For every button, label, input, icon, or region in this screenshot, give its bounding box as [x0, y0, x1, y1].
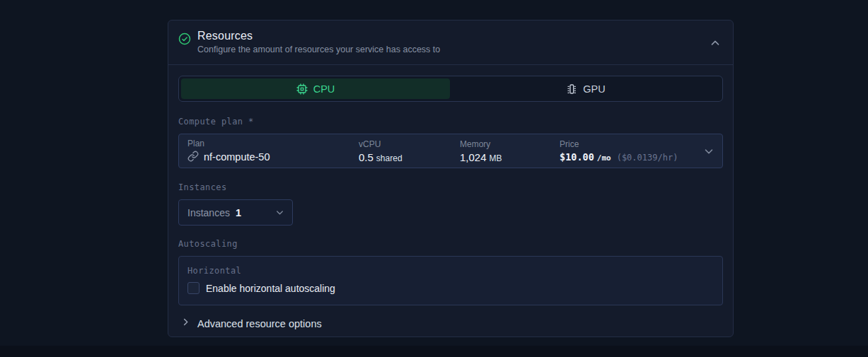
page: { "card": { "header": { "title": "Resour…	[0, 0, 868, 357]
horizontal-autoscaling-checkbox-label: Enable horizontal autoscaling	[206, 283, 335, 294]
resources-card-body: CPU GPU Compute plan * Plan	[168, 65, 733, 330]
memory-column-label: Memory	[460, 139, 560, 149]
chevron-down-icon	[274, 207, 285, 218]
plan-value: nf-compute-50	[204, 151, 270, 163]
autoscaling-label: Autoscaling	[178, 239, 723, 249]
instances-field-label: Instances	[187, 207, 230, 218]
plan-column-label: Plan	[187, 139, 359, 148]
vcpu-column-label: vCPU	[359, 139, 460, 149]
vcpu-column: vCPU 0.5 shared	[359, 139, 460, 163]
chevron-up-icon[interactable]	[709, 37, 722, 49]
horizontal-autoscaling-row[interactable]: Enable horizontal autoscaling	[187, 282, 714, 294]
check-circle-icon	[178, 33, 191, 45]
chevron-down-icon[interactable]	[702, 145, 715, 158]
horizontal-autoscaling-checkbox[interactable]	[187, 282, 199, 294]
price-column-label: Price	[560, 139, 702, 149]
tab-gpu[interactable]: GPU	[451, 78, 720, 99]
advanced-resource-options-toggle[interactable]: Advanced resource options	[178, 317, 723, 330]
section-title: Resources	[197, 30, 709, 42]
tab-gpu-label: GPU	[583, 83, 605, 95]
memory-suffix: MB	[490, 153, 502, 163]
header-text: Resources Configure the amount of resour…	[197, 30, 709, 54]
compute-plan-select[interactable]: Plan nf-compute-50 vCPU 0.5 shared	[178, 134, 723, 168]
autoscaling-box: Horizontal Enable horizontal autoscaling	[178, 256, 723, 305]
price-per-unit: /mo	[597, 153, 611, 163]
instances-select[interactable]: Instances 1	[178, 199, 293, 226]
compute-type-tabs: CPU GPU	[178, 76, 723, 102]
bottom-band	[0, 346, 868, 357]
memory-value: 1,024	[460, 151, 487, 163]
price-column: Price $10.00/mo ($0.0139/hr)	[560, 139, 702, 163]
compute-plan-label: Compute plan *	[178, 117, 723, 127]
memory-column: Memory 1,024 MB	[460, 139, 560, 163]
tab-cpu[interactable]: CPU	[181, 78, 450, 99]
tab-cpu-label: CPU	[313, 83, 335, 95]
instances-value: 1	[236, 207, 241, 218]
horizontal-group-label: Horizontal	[187, 266, 714, 276]
gpu-chip-icon	[566, 83, 577, 95]
price-monthly: $10.00	[560, 151, 594, 163]
instances-label: Instances	[178, 182, 723, 192]
advanced-resource-options-label: Advanced resource options	[197, 318, 322, 329]
price-hourly: ($0.0139/hr)	[617, 153, 678, 163]
resources-card-header: Resources Configure the amount of resour…	[168, 21, 733, 65]
vcpu-suffix: shared	[376, 153, 403, 163]
chevron-right-icon	[180, 317, 191, 330]
plan-column: Plan nf-compute-50	[187, 139, 359, 164]
vcpu-value: 0.5	[359, 151, 374, 163]
section-subtitle: Configure the amount of resources your s…	[197, 45, 709, 54]
link-icon	[187, 151, 199, 164]
cpu-chip-icon	[296, 83, 308, 95]
resources-card: Resources Configure the amount of resour…	[168, 20, 734, 337]
